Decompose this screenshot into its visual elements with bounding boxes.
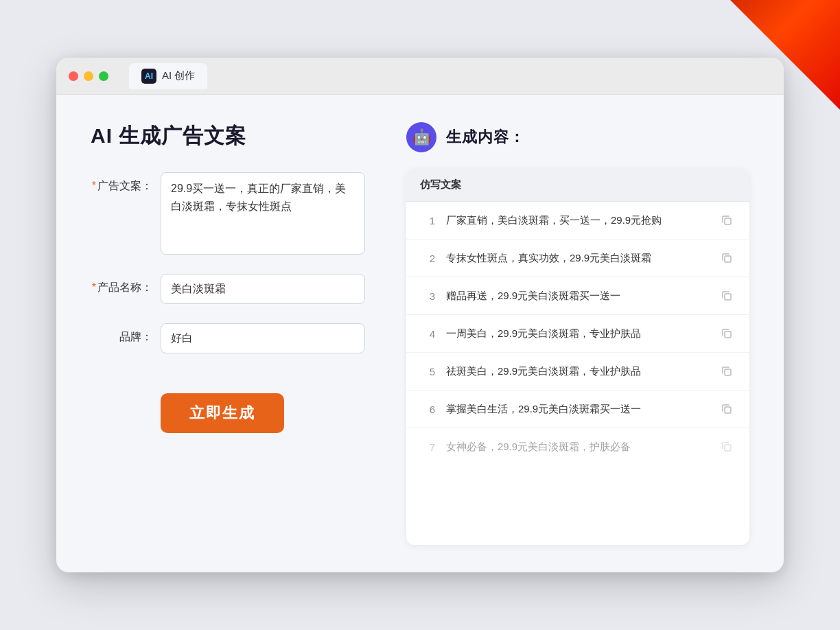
- row-number: 5: [420, 366, 435, 377]
- table-row: 4 一周美白，29.9元美白淡斑霜，专业护肤品: [406, 315, 749, 353]
- result-title: 生成内容：: [446, 127, 525, 148]
- page-title: AI 生成广告文案: [91, 122, 365, 150]
- robot-face: 🤖: [412, 128, 431, 146]
- copy-icon[interactable]: [718, 325, 736, 342]
- copy-icon[interactable]: [718, 211, 736, 229]
- tab-ai-creation[interactable]: AI AI 创作: [129, 63, 207, 89]
- table-row: 6 掌握美白生活，29.9元美白淡斑霜买一送一: [406, 390, 749, 428]
- result-table-header: 仿写文案: [406, 169, 749, 202]
- generate-button[interactable]: 立即生成: [161, 393, 284, 433]
- ad-copy-field-group: 广告文案： 29.9买一送一，真正的厂家直销，美白淡斑霜，专抹女性斑点: [91, 172, 365, 255]
- row-number: 6: [420, 404, 435, 415]
- row-text: 赠品再送，29.9元美白淡斑霜买一送一: [446, 288, 707, 304]
- copy-icon[interactable]: [718, 249, 736, 267]
- row-number: 2: [420, 253, 435, 264]
- table-row: 2 专抹女性斑点，真实功效，29.9元美白淡斑霜: [406, 240, 749, 277]
- traffic-light-close[interactable]: [69, 71, 78, 81]
- table-row: 7 女神必备，29.9元美白淡斑霜，护肤必备: [406, 428, 749, 465]
- svg-rect-1: [725, 256, 731, 262]
- table-row: 3 赠品再送，29.9元美白淡斑霜买一送一: [406, 277, 749, 315]
- browser-content: AI 生成广告文案 广告文案： 29.9买一送一，真正的厂家直销，美白淡斑霜，专…: [56, 95, 784, 572]
- row-text: 一周美白，29.9元美白淡斑霜，专业护肤品: [446, 326, 707, 342]
- product-name-input[interactable]: [161, 274, 365, 304]
- traffic-lights: [69, 71, 108, 81]
- row-text: 厂家直销，美白淡斑霜，买一送一，29.9元抢购: [446, 213, 707, 229]
- right-panel: 🤖 生成内容： 仿写文案 1 厂家直销，美白淡斑霜，买一送一，29.9元抢购 2…: [406, 122, 749, 545]
- copy-icon[interactable]: [718, 362, 736, 380]
- product-name-field-group: 产品名称：: [91, 274, 365, 304]
- brand-label: 品牌：: [91, 323, 152, 345]
- result-rows-container: 1 厂家直销，美白淡斑霜，买一送一，29.9元抢购 2 专抹女性斑点，真实功效，…: [406, 202, 749, 465]
- row-text: 专抹女性斑点，真实功效，29.9元美白淡斑霜: [446, 250, 707, 266]
- brand-field-group: 品牌：: [91, 323, 365, 353]
- traffic-light-fullscreen[interactable]: [99, 71, 108, 81]
- product-name-label: 产品名称：: [91, 274, 152, 295]
- tab-ai-icon: AI: [141, 69, 156, 84]
- row-text: 掌握美白生活，29.9元美白淡斑霜买一送一: [446, 401, 707, 417]
- copy-icon[interactable]: [718, 438, 736, 456]
- traffic-light-minimize[interactable]: [84, 71, 93, 81]
- brand-input[interactable]: [161, 323, 365, 353]
- left-panel: AI 生成广告文案 广告文案： 29.9买一送一，真正的厂家直销，美白淡斑霜，专…: [91, 122, 365, 545]
- row-text: 祛斑美白，29.9元美白淡斑霜，专业护肤品: [446, 364, 707, 380]
- result-table: 仿写文案 1 厂家直销，美白淡斑霜，买一送一，29.9元抢购 2 专抹女性斑点，…: [406, 169, 749, 545]
- table-row: 5 祛斑美白，29.9元美白淡斑霜，专业护肤品: [406, 353, 749, 390]
- result-header: 🤖 生成内容：: [406, 122, 749, 152]
- ad-copy-label: 广告文案：: [91, 172, 152, 194]
- robot-icon: 🤖: [406, 122, 436, 152]
- row-number: 3: [420, 290, 435, 302]
- row-number: 4: [420, 328, 435, 340]
- svg-rect-6: [725, 445, 731, 451]
- browser-window: AI AI 创作 AI 生成广告文案 广告文案： 29.9买一送一，真正的厂家直…: [56, 58, 784, 572]
- copy-icon[interactable]: [718, 400, 736, 418]
- tab-area: AI AI 创作: [129, 63, 207, 89]
- ad-copy-input[interactable]: 29.9买一送一，真正的厂家直销，美白淡斑霜，专抹女性斑点: [161, 172, 365, 255]
- row-text: 女神必备，29.9元美白淡斑霜，护肤必备: [446, 439, 707, 455]
- row-number: 7: [420, 441, 435, 453]
- table-row: 1 厂家直销，美白淡斑霜，买一送一，29.9元抢购: [406, 202, 749, 240]
- svg-rect-4: [725, 369, 731, 375]
- browser-titlebar: AI AI 创作: [56, 58, 784, 95]
- svg-rect-2: [725, 294, 731, 300]
- copy-icon[interactable]: [718, 287, 736, 305]
- row-number: 1: [420, 215, 435, 226]
- svg-rect-0: [725, 218, 731, 224]
- svg-rect-3: [725, 331, 731, 338]
- svg-rect-5: [725, 407, 731, 413]
- tab-label: AI 创作: [162, 69, 195, 82]
